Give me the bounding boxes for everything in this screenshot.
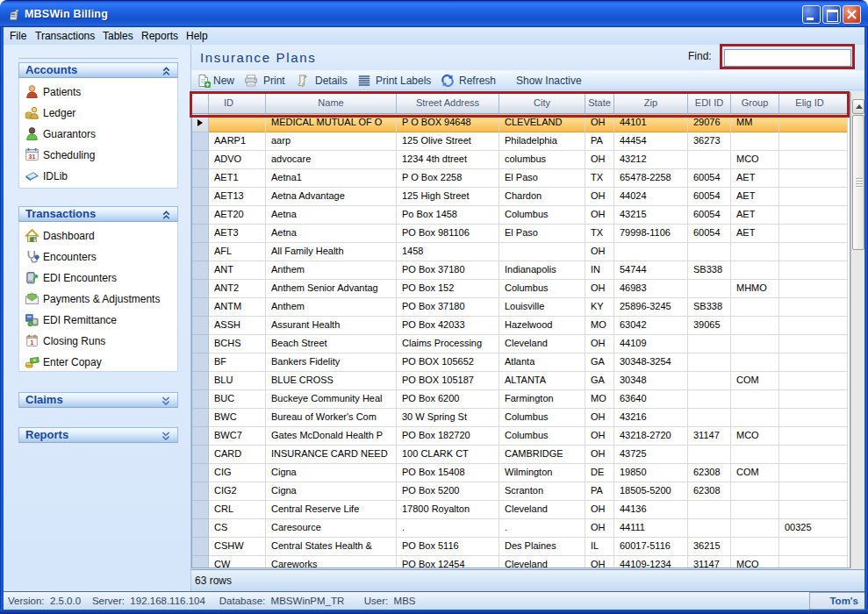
svg-text:1: 1	[30, 339, 34, 346]
svg-text:31: 31	[29, 154, 36, 160]
